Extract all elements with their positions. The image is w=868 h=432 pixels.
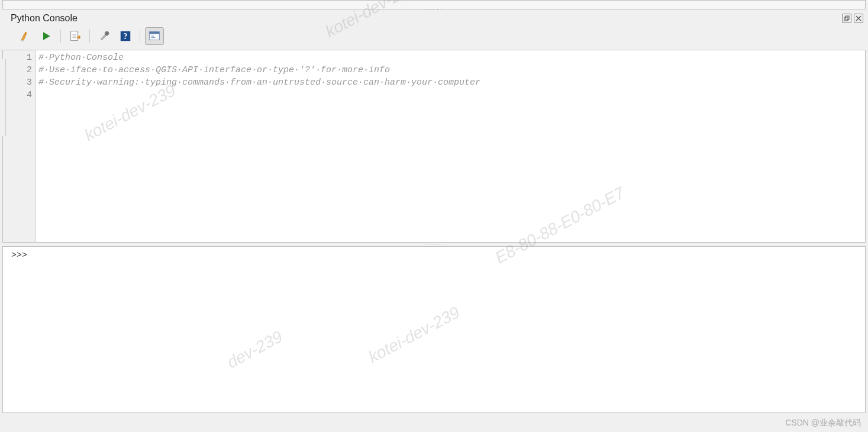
panel-window-controls bbox=[842, 14, 863, 23]
svg-rect-5 bbox=[106, 33, 108, 34]
top-panel-edge bbox=[2, 0, 866, 9]
clear-console-button[interactable] bbox=[15, 27, 34, 45]
settings-button[interactable] bbox=[95, 27, 114, 45]
line-number: 4 bbox=[3, 89, 32, 101]
line-number: 1 bbox=[3, 51, 32, 64]
toolbar-separator bbox=[60, 30, 61, 43]
svg-text:?: ? bbox=[124, 32, 128, 41]
line-number-gutter: 1 2 3 4 bbox=[3, 50, 36, 242]
svg-point-2 bbox=[21, 40, 25, 41]
toolbar-separator bbox=[140, 30, 140, 43]
svg-rect-0 bbox=[844, 17, 848, 21]
console-output-area[interactable]: 1 2 3 4 #·Python·Console#·Use·iface·to·a… bbox=[2, 50, 866, 243]
svg-rect-9 bbox=[150, 32, 160, 34]
code-line: #·Use·iface·to·access·QGIS·API·interface… bbox=[38, 64, 863, 76]
console-toolbar: ? bbox=[0, 25, 868, 50]
splitter-handle[interactable] bbox=[2, 243, 866, 246]
undock-button[interactable] bbox=[842, 14, 851, 23]
run-command-button[interactable] bbox=[37, 27, 56, 45]
left-dock-strip bbox=[0, 59, 6, 136]
console-input-area[interactable]: >>> bbox=[2, 246, 866, 413]
code-line: #·Python·Console bbox=[38, 51, 863, 64]
show-editor-button[interactable] bbox=[145, 27, 164, 45]
python-console-header: Python Console bbox=[0, 11, 868, 25]
line-number: 2 bbox=[3, 64, 32, 76]
import-class-button[interactable] bbox=[66, 27, 85, 45]
close-panel-button[interactable] bbox=[854, 14, 863, 23]
prompt-symbol: >>> bbox=[11, 250, 27, 260]
code-line: #·Security·warning:·typing·commands·from… bbox=[38, 76, 863, 89]
help-button[interactable]: ? bbox=[116, 27, 135, 45]
attribution-text: CSDN @业余敲代码 bbox=[785, 418, 861, 428]
panel-title: Python Console bbox=[11, 13, 78, 24]
line-number: 3 bbox=[3, 76, 32, 89]
svg-rect-1 bbox=[846, 16, 849, 20]
toolbar-separator bbox=[89, 30, 90, 43]
code-output: #·Python·Console#·Use·iface·to·access·QG… bbox=[36, 50, 865, 242]
